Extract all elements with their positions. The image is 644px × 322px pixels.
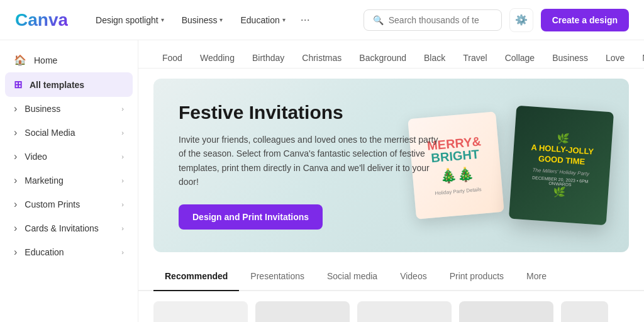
content-tab-social-media[interactable]: Social media xyxy=(316,262,389,291)
chevron-down-icon: ▾ xyxy=(161,16,164,23)
all-templates-icon: ⊞ xyxy=(14,79,22,91)
gear-icon: ⚙️ xyxy=(515,14,528,26)
business-icon: › xyxy=(14,103,17,114)
category-tab-black[interactable]: Black xyxy=(415,48,454,68)
logo[interactable]: Canva xyxy=(15,10,68,30)
content-tab-recommended[interactable]: Recommended xyxy=(153,262,239,291)
sidebar-item-custom-prints[interactable]: › Custom Prints › xyxy=(5,192,133,216)
category-tab-food[interactable]: Food xyxy=(153,48,191,68)
hero-card-holly-jolly: 🌿 A HOLLY-JOLLY GOOD TIME The Millers' H… xyxy=(509,106,614,225)
chevron-right-icon: › xyxy=(121,129,124,136)
sidebar-item-home[interactable]: 🏠 Home xyxy=(5,48,133,72)
content-tab-print-products[interactable]: Print products xyxy=(438,262,515,291)
custom-prints-icon: › xyxy=(14,199,17,210)
content-tabs: RecommendedPresentationsSocial mediaVide… xyxy=(138,262,644,291)
sidebar-item-marketing[interactable]: › Marketing › xyxy=(5,169,133,192)
chevron-down-icon: ▾ xyxy=(282,16,286,23)
search-input[interactable] xyxy=(389,15,492,25)
sidebar-item-label: Business xyxy=(25,104,60,114)
sidebar-item-label: Marketing xyxy=(25,175,63,186)
marketing-icon: › xyxy=(14,175,17,186)
sidebar-item-cards-invitations[interactable]: › Cards & Invitations › xyxy=(5,216,133,240)
cards-invitations-icon: › xyxy=(14,223,17,234)
category-tab-love[interactable]: Love xyxy=(597,48,633,68)
thumbnail-strip xyxy=(138,291,644,322)
nav-links: Design spotlight ▾ Business ▾ Education … xyxy=(88,8,364,31)
template-thumbnail[interactable] xyxy=(357,301,452,322)
search-bar[interactable]: 🔍 xyxy=(364,9,502,31)
sidebar-item-label: Home xyxy=(34,55,57,65)
content-tab-videos[interactable]: Videos xyxy=(389,262,438,291)
chevron-right-icon: › xyxy=(121,201,124,208)
hero-description: Invite your friends, colleagues and love… xyxy=(179,133,443,189)
category-tab-christmas[interactable]: Christmas xyxy=(293,48,350,68)
category-tab-travel[interactable]: Travel xyxy=(454,48,496,68)
search-icon: 🔍 xyxy=(373,15,384,25)
template-thumbnail[interactable] xyxy=(255,301,350,322)
sidebar-item-business[interactable]: › Business › xyxy=(5,97,133,121)
category-tab-music[interactable]: Music xyxy=(633,48,644,68)
holly-icon: 🌿 xyxy=(557,132,570,145)
nav-business[interactable]: Business ▾ xyxy=(174,10,231,30)
sidebar-item-label: All templates xyxy=(30,80,84,90)
hero-content: Festive Invitations Invite your friends,… xyxy=(179,101,443,230)
template-thumbnail[interactable] xyxy=(561,301,608,322)
chevron-right-icon: › xyxy=(121,177,124,184)
chevron-down-icon: ▾ xyxy=(219,16,223,23)
nav-more-button[interactable]: ··· xyxy=(296,8,315,31)
template-thumbnail[interactable] xyxy=(459,301,553,322)
sidebar-item-label: Video xyxy=(25,152,47,162)
category-tab-business[interactable]: Business xyxy=(543,48,597,68)
content-tab-presentations[interactable]: Presentations xyxy=(239,262,316,291)
christmas-tree-icon: 🎄🎄 xyxy=(439,165,474,185)
chevron-right-icon: › xyxy=(121,225,124,232)
sidebar-item-label: Custom Prints xyxy=(25,199,80,209)
home-icon: 🏠 xyxy=(14,54,26,66)
category-tab-collage[interactable]: Collage xyxy=(496,48,543,68)
chevron-right-icon: › xyxy=(121,153,124,160)
main-layout: 🏠 Home ⊞ All templates › Business › › So… xyxy=(0,40,644,322)
chevron-right-icon: › xyxy=(121,105,124,113)
content-tab-more[interactable]: More xyxy=(515,262,558,291)
sidebar: 🏠 Home ⊞ All templates › Business › › So… xyxy=(0,40,138,322)
sidebar-item-label: Social Media xyxy=(25,128,75,138)
category-tabs: FoodWeddingBirthdayChristmasBackgroundBl… xyxy=(138,40,644,69)
sidebar-item-video[interactable]: › Video › xyxy=(5,145,133,169)
top-nav: Canva Design spotlight ▾ Business ▾ Educ… xyxy=(0,0,644,40)
education-icon: › xyxy=(14,247,17,258)
sidebar-item-all-templates[interactable]: ⊞ All templates xyxy=(5,72,133,97)
hero-banner: Festive Invitations Invite your friends,… xyxy=(153,79,629,252)
nav-education[interactable]: Education ▾ xyxy=(233,10,292,30)
video-icon: › xyxy=(14,151,17,162)
settings-button[interactable]: ⚙️ xyxy=(509,8,533,32)
design-print-invitations-button[interactable]: Design and Print Invitations xyxy=(179,204,323,230)
card2-title: A HOLLY-JOLLY GOOD TIME xyxy=(530,142,594,168)
sidebar-item-social-media[interactable]: › Social Media › xyxy=(5,121,133,145)
sidebar-item-label: Cards & Invitations xyxy=(25,223,99,233)
card2-subtitle: The Millers' Holiday Party xyxy=(532,167,589,177)
social-media-icon: › xyxy=(14,127,17,138)
main-content: FoodWeddingBirthdayChristmasBackgroundBl… xyxy=(138,40,644,322)
holly-bottom-icon: 🌿 xyxy=(553,186,566,198)
chevron-right-icon: › xyxy=(121,248,124,256)
hero-title: Festive Invitations xyxy=(179,101,443,124)
template-thumbnail[interactable] xyxy=(153,301,248,322)
category-tab-birthday[interactable]: Birthday xyxy=(243,48,293,68)
create-design-button[interactable]: Create a design xyxy=(541,9,629,31)
nav-design-spotlight[interactable]: Design spotlight ▾ xyxy=(88,10,172,30)
category-tab-wedding[interactable]: Wedding xyxy=(191,48,243,68)
nav-right: 🔍 ⚙️ Create a design xyxy=(364,8,629,32)
sidebar-item-label: Education xyxy=(25,247,64,257)
sidebar-item-education[interactable]: › Education › xyxy=(5,240,133,264)
category-tab-background[interactable]: Background xyxy=(350,48,415,68)
